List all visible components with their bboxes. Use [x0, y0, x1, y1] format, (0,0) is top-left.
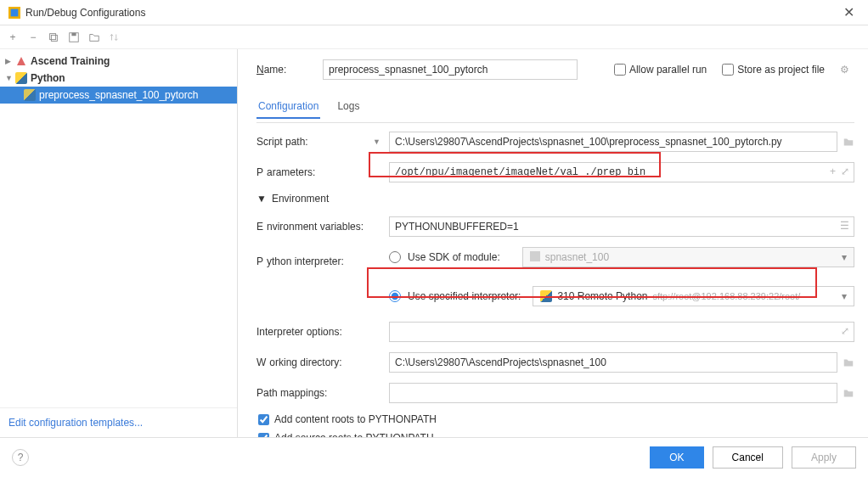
main-panel: Name: Allow parallel run Store as projec…: [238, 49, 868, 437]
python-icon: [540, 290, 552, 302]
divider: [256, 122, 854, 123]
sidebar-footer: Edit configuration templates...: [0, 407, 237, 437]
dialog-footer: ? OK Cancel Apply: [0, 437, 868, 477]
tree-item-config[interactable]: preprocess_spnasnet_100_pytorch: [0, 87, 237, 104]
cancel-button[interactable]: Cancel: [713, 446, 783, 469]
script-path-input[interactable]: [389, 132, 837, 152]
use-specified-radio[interactable]: [389, 290, 401, 302]
close-icon[interactable]: ✕: [838, 4, 860, 20]
python-interpreter-label: Python interpreter:: [256, 255, 380, 267]
chevron-down-icon: ▾: [842, 251, 847, 263]
add-icon[interactable]: +: [7, 31, 19, 43]
interpreter-name: 310 Remote Python: [557, 290, 647, 302]
interpreter-options-input[interactable]: [389, 322, 854, 342]
sidebar: ▶ Ascend Training ▼ Python preprocess_sp…: [0, 49, 238, 437]
python-icon: [24, 89, 36, 101]
path-mappings-input[interactable]: [389, 383, 837, 403]
window-title: Run/Debug Configurations: [25, 7, 145, 19]
tree-item-python[interactable]: ▼ Python: [0, 70, 237, 87]
folder-icon[interactable]: [843, 356, 854, 368]
interpreter-detail: sftp://root@192.168.88.239:22/root/: [652, 291, 800, 301]
svg-rect-1: [11, 8, 19, 16]
ok-button[interactable]: OK: [650, 446, 703, 469]
plus-icon[interactable]: +: [830, 166, 836, 177]
expand-icon[interactable]: ⤢: [841, 166, 849, 177]
tree-label: preprocess_spnasnet_100_pytorch: [39, 89, 198, 101]
use-specified-label: Use specified interpreter:: [408, 290, 521, 302]
folder-icon[interactable]: [843, 136, 854, 148]
module-icon: [530, 251, 540, 264]
tab-logs[interactable]: Logs: [335, 95, 361, 119]
tree-label: Python: [31, 72, 65, 84]
section-label: Environment: [272, 193, 329, 205]
folder-icon[interactable]: [88, 31, 100, 43]
store-project-checkbox[interactable]: Store as project file: [722, 64, 825, 76]
svg-rect-7: [530, 251, 540, 261]
form-scroll[interactable]: Configuration Logs Script path:▼ Paramet…: [238, 87, 868, 437]
add-source-roots-checkbox[interactable]: Add source roots to PYTHONPATH: [258, 432, 854, 437]
app-icon: [8, 7, 20, 19]
python-icon: [15, 72, 27, 84]
name-label: Name:: [256, 64, 314, 76]
svg-rect-2: [50, 33, 56, 39]
chevron-down-icon[interactable]: ▾: [842, 290, 847, 302]
help-button[interactable]: ?: [12, 449, 29, 466]
save-icon[interactable]: [68, 31, 80, 43]
svg-rect-3: [51, 35, 57, 41]
titlebar: Run/Debug Configurations ✕: [0, 0, 868, 25]
working-dir-input[interactable]: [389, 352, 837, 373]
sdk-module-select: spnasnet_100 ▾: [522, 247, 854, 267]
interpreter-options-label: Interpreter options:: [256, 326, 380, 338]
chevron-down-icon[interactable]: ▼: [373, 137, 380, 146]
chevron-down-icon: ▼: [256, 193, 267, 205]
script-path-label: Script path:▼: [256, 136, 380, 148]
tab-configuration[interactable]: Configuration: [256, 95, 320, 119]
remove-icon[interactable]: −: [27, 31, 39, 43]
svg-marker-6: [17, 57, 25, 65]
chevron-right-icon: ▶: [5, 57, 14, 65]
list-icon[interactable]: ☰: [840, 220, 849, 232]
edit-templates-link[interactable]: Edit configuration templates...: [8, 417, 143, 429]
config-toolbar: + −: [0, 25, 868, 49]
chevron-down-icon: ▼: [5, 74, 14, 82]
use-sdk-radio[interactable]: [389, 251, 401, 263]
allow-parallel-checkbox[interactable]: Allow parallel run: [614, 64, 707, 76]
env-vars-label: Environment variables:: [256, 221, 380, 233]
folder-icon[interactable]: [843, 387, 854, 399]
copy-icon[interactable]: [48, 31, 59, 43]
interpreter-select[interactable]: 310 Remote Python sftp://root@192.168.88…: [533, 286, 854, 306]
parameters-input[interactable]: [389, 162, 854, 182]
tree-item-ascend[interactable]: ▶ Ascend Training: [0, 53, 237, 70]
name-input[interactable]: [323, 59, 578, 80]
tree-label: Ascend Training: [31, 55, 110, 67]
expand-icon[interactable]: ⤢: [841, 325, 849, 337]
add-content-roots-checkbox[interactable]: Add content roots to PYTHONPATH: [258, 413, 854, 425]
gear-icon[interactable]: ⚙: [840, 64, 849, 76]
config-tree: ▶ Ascend Training ▼ Python preprocess_sp…: [0, 49, 237, 407]
sort-icon[interactable]: [109, 31, 121, 43]
svg-rect-5: [71, 32, 76, 36]
apply-button[interactable]: Apply: [792, 446, 856, 469]
environment-section[interactable]: ▼ Environment: [256, 193, 854, 205]
env-vars-input[interactable]: [389, 216, 854, 237]
tabs: Configuration Logs: [256, 95, 854, 119]
parameters-label: Parameters:: [256, 166, 380, 178]
path-mappings-label: Path mappings:: [256, 387, 380, 399]
ascend-icon: [15, 55, 27, 67]
use-sdk-label: Use SDK of module:: [408, 251, 500, 263]
working-dir-label: Working directory:: [256, 356, 380, 368]
